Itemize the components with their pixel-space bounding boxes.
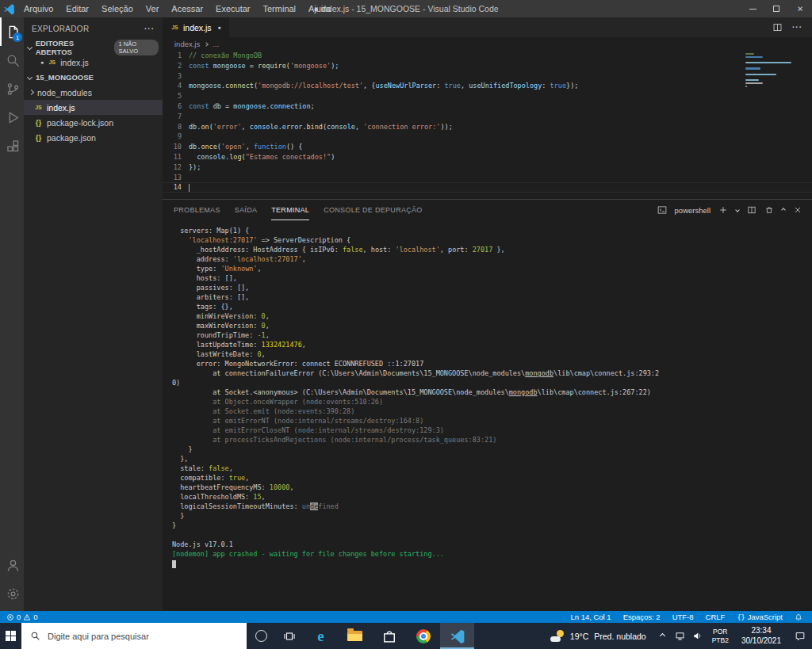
activity-search[interactable] bbox=[0, 46, 24, 74]
cortana-button[interactable] bbox=[247, 623, 275, 649]
terminal-line: type: 'Unknown', bbox=[172, 264, 812, 273]
workbench: 1 bbox=[0, 17, 812, 611]
menu-terminal[interactable]: Terminal bbox=[257, 0, 303, 17]
problems-status[interactable]: 0 0 bbox=[6, 613, 38, 621]
project-root-header[interactable]: 15_MONGOOSE bbox=[24, 70, 163, 85]
edge-button[interactable]: e bbox=[304, 623, 338, 649]
file-node-modules[interactable]: node_modules bbox=[24, 85, 163, 100]
more-actions-icon[interactable]: ··· bbox=[792, 23, 802, 32]
token: require bbox=[258, 62, 286, 70]
modified-dot-icon[interactable]: ● bbox=[218, 25, 221, 30]
action-center-button[interactable] bbox=[788, 623, 812, 649]
menu-ajuda[interactable]: Ajuda bbox=[302, 0, 337, 17]
code-editor[interactable]: 1// conexão MongoDB2const mongoose = req… bbox=[163, 51, 812, 199]
tab-index-js[interactable]: JS index.js ● bbox=[163, 17, 229, 37]
language-mode[interactable]: {} JavaScript bbox=[737, 613, 783, 621]
token: () { bbox=[286, 143, 302, 151]
minimap-line bbox=[745, 53, 754, 55]
panel-tab-saida[interactable]: SAÍDA bbox=[235, 200, 258, 220]
sidebar-actions-icon[interactable]: ··· bbox=[144, 25, 155, 33]
terminal-line: [nodemon] app crashed - waiting for file… bbox=[172, 549, 812, 559]
activity-account[interactable] bbox=[0, 551, 24, 579]
menu-selecao[interactable]: Seleção bbox=[95, 0, 140, 17]
code-line-8[interactable]: 8db.on('error', console.error.bind(conso… bbox=[163, 122, 812, 132]
token: 'localhost:27017' bbox=[188, 236, 257, 244]
network-button[interactable] bbox=[672, 623, 689, 649]
split-editor-icon[interactable] bbox=[772, 22, 783, 32]
menu-editar[interactable]: Editar bbox=[59, 0, 95, 17]
panel-tab-problemas[interactable]: PROBLEMAS bbox=[174, 200, 220, 220]
kill-terminal-trash-icon[interactable] bbox=[764, 205, 774, 215]
notifications-bell-icon[interactable] bbox=[795, 613, 802, 621]
code-line-1[interactable]: 1// conexão MongoDB bbox=[163, 51, 812, 61]
token: const bbox=[189, 62, 209, 70]
panel-tab-terminal[interactable]: TERMINAL bbox=[271, 200, 309, 220]
close-panel-icon[interactable] bbox=[793, 205, 802, 215]
clock[interactable]: 23:34 30/10/2021 bbox=[734, 623, 788, 649]
terminal-line: stale: false, bbox=[172, 464, 812, 473]
minimap[interactable] bbox=[745, 53, 801, 93]
menu-ver[interactable]: Ver bbox=[140, 0, 166, 17]
code-line-10[interactable]: 10db.once('open', function() { bbox=[163, 142, 812, 152]
panel-tab-console-de-depuracao[interactable]: CONSOLE DE DEPURAÇÃO bbox=[324, 200, 423, 220]
volume-button[interactable] bbox=[689, 623, 707, 649]
code-line-13[interactable]: 13 bbox=[163, 173, 812, 183]
terminal[interactable]: servers: Map(1) { 'localhost:27017' => S… bbox=[163, 220, 812, 611]
code-line-7[interactable]: 7 bbox=[163, 112, 812, 122]
task-view-button[interactable] bbox=[275, 623, 304, 649]
menu-acessar[interactable]: Acessar bbox=[165, 0, 209, 17]
code-line-9[interactable]: 9 bbox=[163, 132, 812, 142]
breadcrumb[interactable]: index.js ... bbox=[163, 37, 812, 51]
store-button[interactable] bbox=[372, 623, 406, 649]
split-terminal-icon[interactable] bbox=[747, 205, 756, 215]
weather-widget[interactable]: 19°C Pred. nublado bbox=[542, 623, 654, 649]
code-line-12[interactable]: 12}); bbox=[163, 162, 812, 173]
token: // conexão MongoDB bbox=[189, 52, 262, 59]
minimize-button[interactable] bbox=[741, 0, 764, 17]
chrome-button[interactable] bbox=[406, 623, 440, 649]
file-explorer-button[interactable] bbox=[338, 623, 372, 649]
open-editor-index-js[interactable]: ●JSindex.js bbox=[24, 55, 163, 70]
maximize-icon bbox=[773, 6, 779, 12]
encoding[interactable]: UTF-8 bbox=[672, 613, 694, 621]
menu-executar[interactable]: Executar bbox=[209, 0, 256, 17]
maximize-panel-icon[interactable] bbox=[781, 208, 786, 212]
activity-source-control[interactable] bbox=[0, 74, 24, 103]
file-package-lock-json[interactable]: {}package-lock.json bbox=[24, 115, 163, 130]
code-line-11[interactable]: 11 console.log("Estamos conectados!") bbox=[163, 152, 812, 162]
taskbar-search-input[interactable]: Digite aqui para pesquisar bbox=[21, 623, 247, 649]
menu-arquivo[interactable]: Arquivo bbox=[17, 0, 59, 17]
keyboard-layout-indicator[interactable]: POR PTB2 bbox=[707, 623, 734, 649]
code-line-6[interactable]: 6const db = mongoose.connection; bbox=[163, 101, 812, 112]
shell-name[interactable]: powershell bbox=[675, 206, 710, 215]
code-line-14[interactable]: 14 bbox=[163, 182, 812, 193]
open-editors-header[interactable]: EDITORES ABERTOS 1 NÃO SALVO bbox=[24, 40, 163, 55]
activity-explorer[interactable]: 1 bbox=[0, 17, 24, 46]
eol-sequence[interactable]: CRLF bbox=[706, 613, 726, 621]
cursor-position[interactable]: Ln 14, Col 1 bbox=[570, 613, 611, 621]
vscode-button[interactable] bbox=[440, 623, 474, 649]
close-button[interactable]: × bbox=[788, 0, 812, 17]
file-label: package-lock.json bbox=[47, 118, 113, 128]
activity-run-debug[interactable] bbox=[0, 103, 24, 132]
show-hidden-icons-button[interactable] bbox=[654, 623, 672, 649]
token: on bbox=[201, 123, 209, 131]
chevron-down-icon[interactable] bbox=[735, 208, 740, 212]
breadcrumb-more[interactable]: ... bbox=[213, 40, 219, 48]
new-terminal-plus-icon[interactable] bbox=[718, 205, 728, 215]
start-button[interactable] bbox=[0, 623, 21, 649]
code-line-3[interactable]: 3 bbox=[163, 71, 812, 82]
activity-extensions[interactable] bbox=[0, 132, 24, 160]
code-line-2[interactable]: 2const mongoose = require('mongoose'); bbox=[163, 61, 812, 71]
token: un bbox=[302, 502, 310, 510]
file-package-json[interactable]: {}package.json bbox=[24, 130, 163, 145]
code-line-4[interactable]: 4mongoose.connect('mongodb://localhost/t… bbox=[163, 81, 812, 91]
indentation[interactable]: Espaços: 2 bbox=[623, 613, 661, 621]
token: _hostAddress: HostAddress { isIPv6: bbox=[172, 246, 343, 254]
maximize-button[interactable] bbox=[764, 0, 788, 17]
breadcrumb-file[interactable]: index.js bbox=[174, 40, 200, 48]
activity-settings[interactable] bbox=[0, 579, 24, 608]
file-index-js[interactable]: JSindex.js bbox=[24, 100, 163, 115]
code-line-5[interactable]: 5 bbox=[163, 91, 812, 101]
token: "Estamos conectados!" bbox=[246, 153, 331, 161]
